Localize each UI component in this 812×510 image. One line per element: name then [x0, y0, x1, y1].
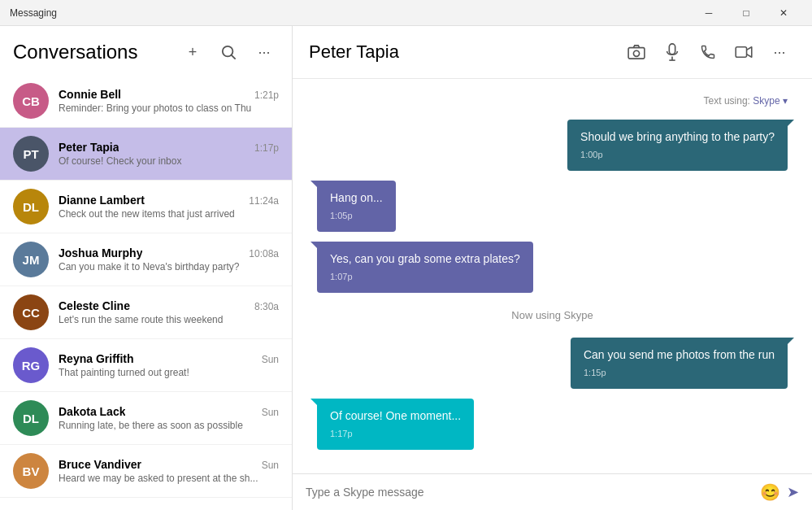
camera-button[interactable] — [620, 37, 653, 67]
conv-top: Joshua Murphy 10:08a — [59, 246, 279, 259]
message-time: 1:05p — [330, 210, 383, 222]
chat-action-icons: ··· — [620, 37, 796, 67]
avatar: BV — [13, 453, 49, 489]
conv-time: 1:17p — [254, 142, 279, 154]
avatar-initials: BV — [23, 464, 40, 478]
phone-icon — [700, 44, 716, 60]
conv-name: Connie Bell — [59, 88, 121, 101]
message-row-m3: Yes, can you grab some extra plates? 1:0… — [317, 242, 788, 293]
message-time: 1:07p — [330, 271, 520, 283]
message-bubble: Can you send me photos from the run 1:15… — [571, 338, 788, 389]
search-button[interactable] — [214, 37, 243, 67]
conv-content: Peter Tapia 1:17p Of course! Check your … — [59, 141, 279, 167]
conv-preview: That painting turned out great! — [59, 367, 279, 378]
avatar: CC — [13, 294, 49, 330]
conv-preview: Heard we may be asked to present at the … — [59, 473, 279, 484]
conversation-item-dianne[interactable]: DL Dianne Lambert 11:24a Check out the n… — [0, 181, 292, 233]
message-bubble: Should we bring anything to the party? 1… — [567, 120, 788, 171]
svg-point-3 — [633, 50, 639, 56]
svg-rect-4 — [669, 44, 675, 54]
chat-header: Peter Tapia — [293, 26, 812, 79]
message-row-m5: Can you send me photos from the run 1:15… — [317, 338, 788, 389]
emoji-button[interactable]: 😊 — [760, 482, 780, 502]
conversation-item-dakota[interactable]: DL Dakota Lack Sun Running late, be ther… — [0, 392, 292, 445]
more-chat-options-button[interactable]: ··· — [763, 37, 796, 67]
svg-line-1 — [232, 55, 236, 59]
left-panel: Conversations + ··· CB Connie Bell 1: — [0, 26, 293, 510]
microphone-button[interactable] — [656, 37, 688, 67]
avatar: DL — [13, 189, 49, 224]
conv-name: Bruce Vandiver — [59, 458, 141, 471]
chat-title: Peter Tapia — [309, 41, 620, 63]
conversation-item-connie[interactable]: CB Connie Bell 1:21p Reminder: Bring you… — [0, 75, 292, 128]
conv-time: 8:30a — [254, 301, 279, 312]
conv-name: Dianne Lambert — [59, 194, 145, 207]
more-options-button[interactable]: ··· — [250, 37, 279, 67]
message-bubble: Of course! One moment... 1:17p — [317, 399, 474, 450]
right-panel: Peter Tapia — [293, 26, 812, 510]
avatar: JM — [13, 242, 49, 277]
app-body: Conversations + ··· CB Connie Bell 1: — [0, 26, 812, 510]
conv-name: Reyna Griffith — [59, 352, 134, 365]
avatar-initials: CC — [22, 306, 40, 320]
avatar-initials: CB — [22, 94, 40, 108]
input-area: 😊 ➤ — [293, 473, 812, 510]
conversation-item-bruce[interactable]: BV Bruce Vandiver Sun Heard we may be as… — [0, 445, 292, 498]
header-icons: + ··· — [178, 37, 279, 67]
message-time: 1:15p — [584, 367, 775, 379]
avatar-initials: DL — [23, 412, 39, 425]
message-time: 1:17p — [330, 428, 461, 440]
conv-preview: Can you make it to Neva's birthday party… — [59, 261, 279, 272]
messages-area: Text using: Skype ▾ Should we bring anyt… — [293, 79, 812, 473]
phone-call-button[interactable] — [692, 37, 724, 67]
conv-content: Reyna Griffith Sun That painting turned … — [59, 352, 279, 378]
message-row-m1: Should we bring anything to the party? 1… — [317, 120, 788, 171]
conv-name: Celeste Cline — [59, 299, 130, 312]
send-button[interactable]: ➤ — [787, 483, 799, 501]
new-conversation-button[interactable]: + — [178, 37, 207, 67]
message-time: 1:00p — [580, 149, 775, 161]
microphone-icon — [666, 43, 679, 61]
left-header: Conversations + ··· — [0, 26, 292, 75]
conv-top: Dianne Lambert 11:24a — [59, 194, 279, 207]
skype-label-text: Text using: Skype ▾ — [704, 95, 788, 107]
minimize-button[interactable]: ─ — [690, 0, 727, 26]
app-title: Messaging — [10, 7, 57, 19]
avatar: DL — [13, 400, 49, 436]
system-message-m4: Now using Skype — [317, 309, 788, 321]
conv-name: Dakota Lack — [59, 405, 125, 418]
video-icon — [735, 46, 753, 59]
message-row-m6: Of course! One moment... 1:17p — [317, 399, 788, 450]
avatar: RG — [13, 347, 49, 383]
conversation-item-reyna[interactable]: RG Reyna Griffith Sun That painting turn… — [0, 339, 292, 392]
conv-time: 10:08a — [249, 248, 279, 259]
conv-name: Joshua Murphy — [59, 246, 142, 259]
conv-content: Dianne Lambert 11:24a Check out the new … — [59, 194, 279, 220]
conv-top: Reyna Griffith Sun — [59, 352, 279, 365]
conv-name: Peter Tapia — [59, 141, 119, 154]
avatar-initials: JM — [23, 253, 40, 267]
conversation-item-peter[interactable]: PT Peter Tapia 1:17p Of course! Check yo… — [0, 128, 292, 181]
window-controls: ─ □ ✕ — [690, 0, 802, 26]
message-bubble: Yes, can you grab some extra plates? 1:0… — [317, 242, 533, 293]
svg-rect-7 — [736, 47, 746, 57]
conv-time: 1:21p — [254, 89, 279, 101]
conv-content: Bruce Vandiver Sun Heard we may be asked… — [59, 458, 279, 484]
avatar-initials: PT — [23, 147, 38, 161]
message-row-m2: Hang on... 1:05p — [317, 181, 788, 232]
avatar-initials: DL — [23, 200, 39, 214]
message-input[interactable] — [306, 486, 753, 499]
conv-time: Sun — [262, 460, 279, 471]
conv-preview: Of course! Check your inbox — [59, 155, 279, 167]
conversation-item-joshua[interactable]: JM Joshua Murphy 10:08a Can you make it … — [0, 233, 292, 286]
conv-content: Dakota Lack Sun Running late, be there a… — [59, 405, 279, 431]
camera-icon — [627, 45, 645, 59]
avatar: PT — [13, 136, 49, 172]
close-button[interactable]: ✕ — [765, 0, 802, 26]
conversation-item-celeste[interactable]: CC Celeste Cline 8:30a Let's run the sam… — [0, 286, 292, 339]
conv-content: Celeste Cline 8:30a Let's run the same r… — [59, 299, 279, 325]
skype-link[interactable]: Skype ▾ — [753, 95, 788, 107]
avatar-initials: RG — [22, 359, 41, 373]
maximize-button[interactable]: □ — [727, 0, 765, 26]
video-call-button[interactable] — [727, 37, 760, 67]
